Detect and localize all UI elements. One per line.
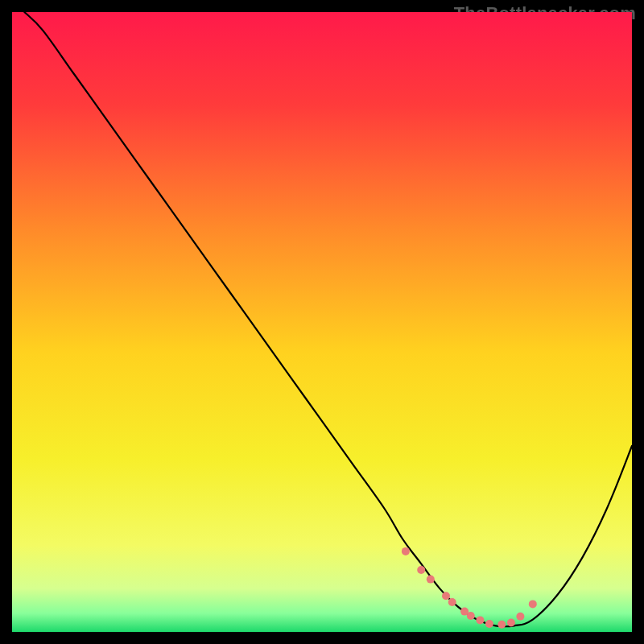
marker-dot (417, 566, 425, 574)
chart-container: TheBottlenecker.com (0, 0, 644, 644)
marker-dot (476, 616, 484, 624)
marker-dot (497, 621, 506, 629)
marker-dot (529, 600, 537, 608)
marker-dot (467, 612, 475, 620)
marker-dot (402, 547, 410, 555)
marker-dot (427, 576, 435, 584)
plot-background (12, 12, 632, 632)
marker-dot (442, 592, 450, 600)
marker-dot (485, 620, 493, 628)
marker-dot (516, 613, 524, 621)
marker-dot (507, 619, 515, 627)
marker-dot (448, 598, 456, 606)
bottleneck-chart (0, 0, 644, 644)
